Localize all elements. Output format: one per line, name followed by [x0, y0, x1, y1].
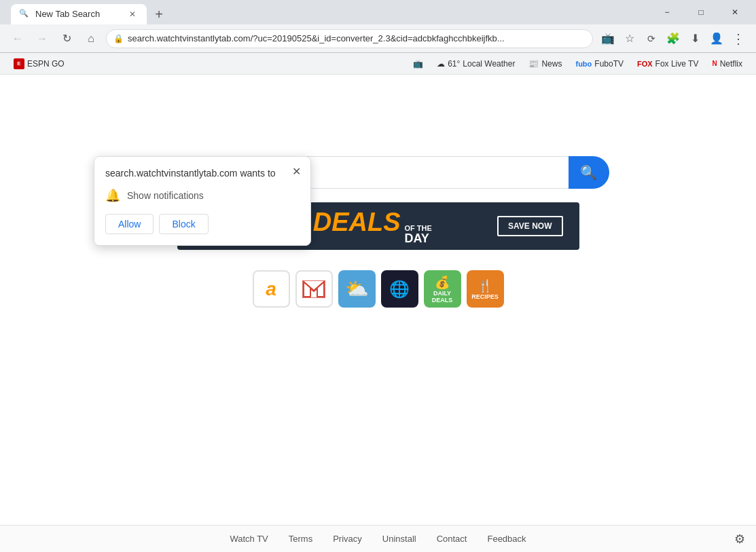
quick-link-recipes[interactable]: 🍴 RECIPES — [467, 270, 504, 308]
bookmark-fubotv[interactable]: fubo FuboTV — [570, 57, 629, 71]
deals-quick-label: DAILYDEALS — [432, 290, 453, 303]
footer-privacy[interactable]: Privacy — [333, 534, 362, 544]
bookmark-weather[interactable]: ☁ 61° Local Weather — [431, 57, 520, 71]
footer: Watch TV Terms Privacy Uninstall Contact… — [0, 525, 756, 552]
bookmark-fox-live[interactable]: FOX Fox Live TV — [632, 57, 704, 71]
popup-title: search.watchtvinstantlytab.com wants to — [105, 168, 300, 179]
temp-text: 61° — [448, 59, 460, 69]
block-button[interactable]: Block — [159, 214, 208, 234]
netflix-icon: N — [712, 60, 717, 67]
toolbar-icons: 📺 ☆ ⟳ 🧩 ⬇ 👤 ⋮ — [598, 29, 748, 48]
day-label: DAY — [405, 232, 432, 244]
espn-favicon: E — [14, 58, 24, 69]
maximize-button[interactable]: □ — [685, 0, 717, 24]
extensions-icon[interactable]: 🧩 — [664, 29, 683, 48]
news-label: News — [541, 59, 562, 69]
weather-label: Local Weather — [463, 59, 515, 69]
recipes-quick-icon: 🍴 — [478, 278, 492, 293]
weather-icon: ☁ — [437, 59, 445, 69]
star-icon[interactable]: ☆ — [620, 29, 639, 48]
profile-icon[interactable]: 👤 — [707, 29, 726, 48]
minimize-button[interactable]: − — [651, 0, 683, 24]
of-the-day-group: OF THE DAY — [405, 225, 432, 244]
bookmarks-bar: E ESPN GO 📺 ☁ 61° Local Weather 📰 News f… — [0, 53, 756, 75]
refresh-circle-icon[interactable]: ⟳ — [642, 29, 661, 48]
bookmark-espn-go[interactable]: E ESPN GO — [8, 56, 70, 71]
bookmark-netflix[interactable]: N Netflix — [706, 57, 748, 71]
save-now-button[interactable]: SAVE NOW — [497, 216, 562, 236]
cast-icon[interactable]: 📺 — [598, 29, 617, 48]
search-button-icon: 🔍 — [580, 164, 597, 181]
security-lock-icon: 🔒 — [113, 34, 124, 43]
new-tab-button[interactable]: + — [149, 5, 168, 24]
search-button[interactable]: 🔍 — [569, 156, 609, 189]
downloads-icon[interactable]: ⬇ — [685, 29, 704, 48]
quick-link-weather[interactable]: ⛅ — [338, 270, 376, 308]
active-tab[interactable]: 🔍 New Tab Search ✕ — [11, 4, 147, 24]
news-quick-icon: 🌐 — [389, 280, 410, 299]
bookmark-tv[interactable]: 📺 — [408, 57, 429, 71]
close-button[interactable]: ✕ — [719, 0, 751, 24]
popup-notification-label: Show notifications — [127, 190, 204, 201]
allow-button[interactable]: Allow — [105, 214, 154, 234]
address-bar: ← → ↻ ⌂ 🔒 search.watchtvinstantlytab.com… — [0, 24, 756, 53]
gmail-icon — [302, 280, 325, 298]
fubotv-label: FuboTV — [594, 59, 624, 69]
popup-buttons: Allow Block — [105, 214, 300, 234]
amazon-icon: a — [266, 278, 276, 300]
tab-close-button[interactable]: ✕ — [126, 8, 139, 20]
deals-quick-icon: 💰 — [435, 275, 450, 290]
quick-links: a ⛅ 🌐 💰 DAILYDEALS 🍴 RECIPES — [253, 270, 504, 308]
reload-button[interactable]: ↻ — [57, 29, 76, 48]
home-button[interactable]: ⌂ — [82, 29, 101, 48]
bookmark-news[interactable]: 📰 News — [523, 57, 567, 71]
deals-label: DEALS — [313, 208, 401, 237]
url-bar[interactable]: 🔒 search.watchtvinstantlytab.com/?uc=201… — [106, 29, 593, 48]
notification-popup: ✕ search.watchtvinstantlytab.com wants t… — [94, 156, 311, 246]
fox-icon: FOX — [637, 60, 653, 68]
fubotv-icon: fubo — [575, 60, 592, 68]
netflix-label: Netflix — [720, 59, 742, 69]
tab-favicon: 🔍 — [19, 9, 30, 20]
back-button[interactable]: ← — [8, 29, 27, 48]
weather-quick-icon: ⛅ — [345, 278, 369, 300]
bookmark-espn-label: ESPN GO — [27, 59, 65, 69]
bell-icon: 🔔 — [105, 188, 120, 203]
recipes-quick-label: RECIPES — [471, 293, 499, 300]
popup-close-button[interactable]: ✕ — [289, 164, 304, 179]
menu-button[interactable]: ⋮ — [729, 29, 748, 48]
deals-text-group: DEALS OF THE DAY — [313, 208, 432, 244]
footer-watch-tv[interactable]: Watch TV — [230, 534, 268, 544]
quick-link-amazon[interactable]: a — [253, 270, 290, 308]
footer-uninstall[interactable]: Uninstall — [382, 534, 416, 544]
quick-link-deals[interactable]: 💰 DAILYDEALS — [424, 270, 461, 308]
window-controls: − □ ✕ — [651, 0, 751, 24]
news-icon: 📰 — [528, 59, 539, 69]
popup-notification-row: 🔔 Show notifications — [105, 188, 300, 203]
quick-link-gmail[interactable] — [295, 270, 333, 308]
url-text: search.watchtvinstantlytab.com/?uc=20190… — [128, 33, 586, 43]
footer-feedback[interactable]: Feedback — [487, 534, 526, 544]
footer-contact[interactable]: Contact — [437, 534, 467, 544]
tab-title: New Tab Search — [35, 9, 121, 19]
title-bar: 🔍 New Tab Search ✕ + − □ ✕ — [0, 0, 756, 24]
quick-link-news[interactable]: 🌐 — [381, 270, 418, 308]
forward-button[interactable]: → — [33, 29, 52, 48]
footer-terms[interactable]: Terms — [289, 534, 312, 544]
settings-gear-icon[interactable]: ⚙ — [734, 532, 745, 547]
fox-live-label: Fox Live TV — [655, 59, 699, 69]
main-content: ✕ search.watchtvinstantlytab.com wants t… — [0, 75, 756, 552]
tv-icon: 📺 — [413, 59, 423, 69]
